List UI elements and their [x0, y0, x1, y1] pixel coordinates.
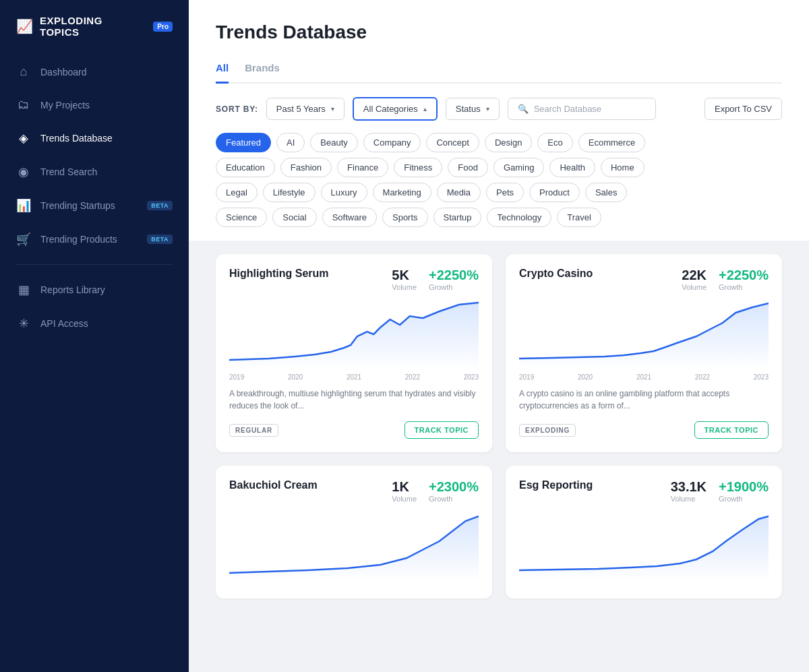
cat-tag-lifestyle[interactable]: Lifestyle	[263, 183, 316, 202]
trend-chart-1	[229, 299, 479, 367]
cat-tag-technology[interactable]: Technology	[487, 208, 551, 227]
sidebar-item-trending-products[interactable]: 🛒 Trending Products BETA	[0, 222, 189, 256]
cat-tag-product[interactable]: Product	[529, 183, 580, 202]
chart-years-2: 2019 2020 2021 2022 2023	[519, 373, 769, 381]
cat-tag-finance[interactable]: Finance	[337, 158, 388, 177]
status-badge: EXPLODING	[519, 424, 576, 437]
cat-tag-travel[interactable]: Travel	[557, 208, 601, 227]
card-stats: 1K Volume +2300% Growth	[392, 479, 479, 503]
card-header: Highlighting Serum 5K Volume +2250% Grow…	[229, 268, 479, 291]
cat-tag-science[interactable]: Science	[216, 208, 267, 227]
cat-tag-ecommerce[interactable]: Ecommerce	[578, 133, 645, 152]
cat-tag-software[interactable]: Software	[322, 208, 377, 227]
volume-value: 1K	[392, 479, 409, 495]
status-badge: REGULAR	[229, 424, 278, 437]
cat-tag-fitness[interactable]: Fitness	[394, 158, 442, 177]
card-title: Bakuchiol Cream	[229, 479, 384, 491]
cat-tag-featured[interactable]: Featured	[216, 133, 271, 152]
card-stats: 22K Volume +2250% Growth	[682, 268, 769, 291]
sidebar: 📈 EXPLODING TOPICS Pro ⌂ Dashboard 🗂 My …	[0, 0, 189, 672]
cat-tag-sports[interactable]: Sports	[382, 208, 428, 227]
cat-tag-luxury[interactable]: Luxury	[321, 183, 367, 202]
cat-tag-eco[interactable]: Eco	[537, 133, 572, 152]
track-topic-button[interactable]: TRACK TOPIC	[404, 421, 479, 439]
home-icon: ⌂	[16, 65, 31, 79]
chevron-down-icon: ▾	[331, 105, 334, 113]
sidebar-item-trend-search[interactable]: ◉ Trend Search	[0, 155, 189, 189]
volume-value: 22K	[682, 268, 707, 283]
filters-area: SORT BY: Past 5 Years ▾ All Categories ▴…	[189, 84, 809, 241]
logo-text: EXPLODING TOPICS	[40, 15, 144, 38]
trend-card-1: Highlighting Serum 5K Volume +2250% Grow…	[216, 254, 492, 452]
sidebar-item-label: Dashboard	[40, 67, 87, 78]
time-dropdown-value: Past 5 Years	[276, 104, 326, 114]
volume-stat: 1K Volume	[392, 479, 417, 503]
search-icon: 🔍	[518, 104, 529, 114]
trend-chart-3	[229, 511, 479, 578]
cat-tag-beauty[interactable]: Beauty	[310, 133, 357, 152]
export-csv-button[interactable]: Export To CSV	[705, 98, 782, 120]
card-title: Esg Reporting	[519, 479, 663, 491]
growth-label: Growth	[719, 495, 742, 503]
beta-badge: BETA	[147, 235, 173, 244]
sidebar-item-label: Trending Products	[40, 234, 117, 245]
tab-all[interactable]: All	[216, 57, 229, 84]
cat-tag-gaming[interactable]: Gaming	[493, 158, 545, 177]
growth-value: +1900%	[719, 479, 769, 495]
card-header: Esg Reporting 33.1K Volume +1900% Growth	[519, 479, 769, 503]
track-topic-button[interactable]: TRACK TOPIC	[694, 421, 769, 439]
cards-grid: Highlighting Serum 5K Volume +2250% Grow…	[216, 241, 782, 599]
logo: 📈 EXPLODING TOPICS Pro	[0, 0, 189, 50]
cat-tag-health[interactable]: Health	[549, 158, 595, 177]
category-row-4: Science Social Software Sports Startup T…	[216, 208, 782, 227]
sort-by-label: SORT BY:	[216, 104, 258, 114]
cat-tag-marketing[interactable]: Marketing	[373, 183, 431, 202]
cat-tag-company[interactable]: Company	[363, 133, 421, 152]
cat-tag-media[interactable]: Media	[437, 183, 481, 202]
cat-tag-concept[interactable]: Concept	[426, 133, 479, 152]
growth-value: +2250%	[429, 268, 479, 283]
cat-tag-startup[interactable]: Startup	[433, 208, 482, 227]
sidebar-item-label: Trend Search	[40, 166, 97, 177]
category-dropdown[interactable]: All Categories ▴	[353, 97, 438, 121]
status-dropdown[interactable]: Status ▾	[446, 98, 500, 120]
cat-tag-legal[interactable]: Legal	[216, 183, 258, 202]
cat-tag-fashion[interactable]: Fashion	[280, 158, 332, 177]
growth-stat: +2250% Growth	[719, 268, 769, 291]
sidebar-item-api-access[interactable]: ✳ API Access	[0, 307, 189, 340]
cat-tag-design[interactable]: Design	[485, 133, 532, 152]
chart-icon: 📊	[16, 198, 31, 213]
sidebar-item-my-projects[interactable]: 🗂 My Projects	[0, 88, 189, 121]
sidebar-item-label: Trending Startups	[40, 200, 115, 211]
sidebar-item-trends-database[interactable]: ◈ Trends Database	[0, 121, 189, 155]
card-title: Crypto Casino	[519, 268, 673, 280]
time-dropdown[interactable]: Past 5 Years ▾	[266, 98, 344, 120]
growth-value: +2300%	[429, 479, 479, 495]
cat-tag-sales[interactable]: Sales	[585, 183, 628, 202]
cat-tag-food[interactable]: Food	[448, 158, 488, 177]
search-database-box[interactable]: 🔍 Search Database	[508, 98, 656, 120]
main-header: Trends Database All Brands	[189, 0, 809, 84]
sidebar-item-reports-library[interactable]: ▦ Reports Library	[0, 273, 189, 307]
chart-area-2	[519, 299, 769, 367]
trend-chart-2	[519, 299, 769, 367]
cat-tag-pets[interactable]: Pets	[486, 183, 524, 202]
growth-value: +2250%	[719, 268, 769, 283]
cart-icon: 🛒	[16, 232, 31, 247]
sidebar-nav: ⌂ Dashboard 🗂 My Projects ◈ Trends Datab…	[0, 50, 189, 672]
volume-label: Volume	[671, 495, 696, 503]
volume-stat: 33.1K Volume	[671, 479, 707, 503]
cat-tag-education[interactable]: Education	[216, 158, 275, 177]
cat-tag-home[interactable]: Home	[601, 158, 645, 177]
sidebar-item-dashboard[interactable]: ⌂ Dashboard	[0, 55, 189, 88]
search-placeholder: Search Database	[534, 104, 601, 114]
trend-card-3: Bakuchiol Cream 1K Volume +2300% Growth	[216, 466, 492, 599]
trend-card-4: Esg Reporting 33.1K Volume +1900% Growth	[506, 466, 782, 599]
volume-label: Volume	[682, 283, 707, 291]
cat-tag-social[interactable]: Social	[272, 208, 316, 227]
cat-tag-ai[interactable]: AI	[276, 133, 305, 152]
card-stats: 5K Volume +2250% Growth	[392, 268, 479, 291]
sidebar-item-trending-startups[interactable]: 📊 Trending Startups BETA	[0, 189, 189, 222]
grid-icon: ▦	[16, 282, 31, 297]
tab-brands[interactable]: Brands	[245, 57, 280, 84]
